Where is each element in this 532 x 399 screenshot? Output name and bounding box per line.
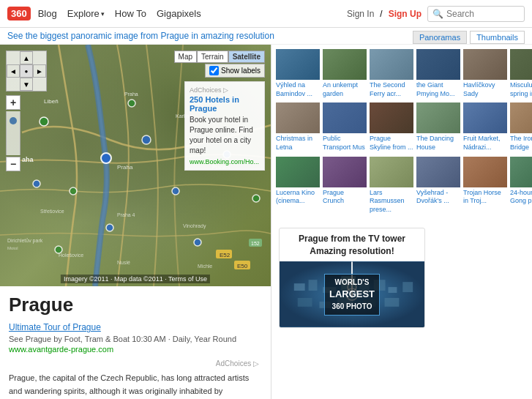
thumb-image [276,102,320,133]
thumb-label: Prague Crunch [323,189,367,206]
map-type-satellite[interactable]: Satellite [228,51,265,63]
prague-body-1: Prague, the capital of the Czech Republi… [9,372,262,399]
tv-tower-promo[interactable]: Prague from the TV tower Amazing resolut… [279,228,425,329]
thumbnails-tab-top[interactable]: Thumbnails [470,31,525,44]
thumb-label: Výhled na Bamindov ... [276,81,320,98]
promo-image: WORLD'S LARGEST 360 PHOTO [280,261,424,327]
map-container[interactable]: Libeň Praha Karlín aha Praha Praha 3 Stř… [0,45,271,286]
divider: / [380,9,382,19]
svg-point-24 [70,187,77,195]
map-ad-choices[interactable]: AdChoices ▷ [190,86,260,94]
panoramas-tab-top[interactable]: Panoramas [413,31,467,44]
nav-gigapixels[interactable]: Gigapixels [157,8,201,19]
svg-text:E50: E50 [237,263,248,269]
thumb-image [416,49,460,80]
right-panel-inner: Výhled na Bamindov ... An unkempt garden… [271,45,532,332]
search-icon: 🔍 [432,9,443,19]
thumb-label: Fruit Market, Nádrazi... [463,135,507,152]
thumb-image [370,157,413,187]
prague-ad-url[interactable]: www.avantgarde-prague.com [9,345,262,354]
svg-text:E52: E52 [220,252,231,258]
promo-bar-link[interactable]: See the biggest panoramic image from Pra… [7,31,274,41]
show-labels-checkbox[interactable] [209,66,219,75]
svg-rect-45 [385,298,400,307]
pan-right-icon[interactable]: ► [33,64,46,78]
show-labels-text: Show labels [221,67,261,75]
show-labels-toggle[interactable]: Show labels [205,64,265,78]
svg-point-27 [194,239,201,246]
list-item[interactable]: Christmas in Letna [276,102,320,152]
pan-up-icon[interactable]: ▲ [20,51,33,64]
thumb-label: the Giant Pmying Mo... [416,81,460,98]
nav-blog[interactable]: Blog [38,8,57,19]
thumb-label: Misculus spring in ... [510,81,532,98]
map-type-terrain[interactable]: Terrain [197,51,228,63]
list-item[interactable]: the Giant Pmying Mo... [416,49,460,98]
thumb-row-1: Výhled na Bamindov ... An unkempt garden… [276,49,532,98]
list-item[interactable]: Trojan Horse in Troj... [463,157,507,215]
map-ad-url[interactable]: www.Booking.com/Ho... [190,158,260,165]
pan-down-icon[interactable]: ▼ [20,78,33,91]
svg-text:Michle: Michle [198,264,212,269]
thumb-image [510,157,532,187]
list-item[interactable]: The Dancing House [416,102,460,152]
pan-center-icon[interactable]: ● [20,64,33,78]
thumb-row-2: Christmas in Letna Public Transport Mus … [276,102,532,152]
svg-text:Praha 4: Praha 4 [117,212,135,217]
list-item[interactable]: An unkempt garden [323,49,367,98]
list-item[interactable]: Misculus spring in ... [510,49,532,98]
svg-text:Praha: Praha [117,164,133,171]
svg-text:Vinohrady: Vinohrady [183,223,206,229]
map-ad-text: Book your hotel in Prague online. Find y… [190,115,260,156]
promo-bar[interactable]: See the biggest panoramic image from Pra… [0,28,532,45]
list-item[interactable]: The Iron Bridge [510,102,532,152]
prague-ad-link[interactable]: Ultimate Tour of Prague [9,322,262,332]
list-item[interactable]: Prague Crunch [323,157,367,215]
svg-point-28 [33,180,40,187]
svg-point-18 [101,153,111,163]
thumb-image [510,102,532,133]
list-item[interactable]: Public Transport Mus [323,102,367,152]
svg-text:152: 152 [251,241,260,246]
map-ad-title[interactable]: 250 Hotels in Prague [190,95,260,113]
prague-title: Prague [9,294,262,316]
zoom-slider[interactable] [6,111,20,155]
nav-howto[interactable]: How To [115,8,146,19]
thumb-label: The Iron Bridge [510,135,532,152]
list-item[interactable]: Fruit Market, Nádrazi... [463,102,507,152]
zoom-in-button[interactable]: + [6,95,20,110]
list-item[interactable]: 24-hour Falun Gong p... [510,157,532,215]
thumb-label: Trojan Horse in Troj... [463,189,507,206]
svg-point-25 [106,224,113,231]
map-ad: AdChoices ▷ 250 Hotels in Prague Book yo… [184,81,265,171]
zoom-out-button[interactable]: − [6,157,20,171]
sign-in-link[interactable]: Sign In [347,9,374,19]
right-panel: Výhled na Bamindov ... An unkempt garden… [271,45,532,399]
prague-ad-choices[interactable]: AdChoices ▷ [9,359,262,368]
list-item[interactable]: Vyšehrad - Dvořák's ... [416,157,460,215]
svg-point-23 [172,187,179,195]
list-item[interactable]: Prague Skyline from ... [370,102,413,152]
thumb-image [370,102,413,133]
pan-left-icon[interactable]: ◄ [7,64,20,78]
site-logo[interactable]: 360 [7,7,31,20]
thumb-image [463,49,507,80]
list-item[interactable]: Lars Rasmussen prese... [370,157,413,215]
map-footer: Imagery ©2011 · Map data ©2011 · Terms o… [61,275,210,283]
list-item[interactable]: Lucerna Kino (cinema... [276,157,320,215]
thumb-image [276,49,320,80]
nav-explore[interactable]: Explore ▾ [67,8,105,19]
explore-arrow-icon: ▾ [101,10,105,18]
prague-ad-subtitle: See Prague by Foot, Tram & Boat 10:30 AM… [9,335,262,343]
search-input[interactable] [446,9,520,19]
main-content: Libeň Praha Karlín aha Praha Praha 3 Stř… [0,45,532,399]
map-type-map[interactable]: Map [174,51,197,63]
list-item[interactable]: Havlíčkovy Sady [463,49,507,98]
promo-badge: WORLD'S LARGEST 360 PHOTO [324,274,380,315]
thumb-image [416,102,460,133]
list-item[interactable]: Výhled na Bamindov ... [276,49,320,98]
thumb-label: Christmas in Letna [276,135,320,152]
thumb-image [416,157,460,187]
sign-up-link[interactable]: Sign Up [389,9,422,19]
list-item[interactable]: The Second Ferry acr... [370,49,413,98]
